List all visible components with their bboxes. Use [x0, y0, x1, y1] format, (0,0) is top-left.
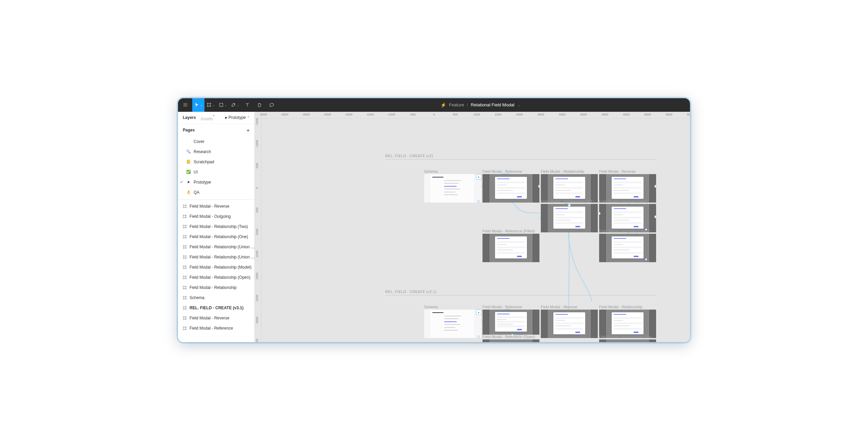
hand-tool[interactable] — [253, 98, 265, 112]
frame-label[interactable]: Field Modal - Reference (Filled) — [482, 229, 535, 233]
layer-item[interactable]: Field Modal - Relationship (Model) — [178, 262, 254, 272]
chevron-down-icon: ⌄ — [518, 103, 520, 107]
prototype-node[interactable] — [568, 204, 571, 207]
section-label: REL. FIELD - CREATE (v2.1) — [385, 290, 655, 295]
main-menu-button[interactable] — [178, 98, 192, 112]
frame-label[interactable]: Field Modal - Relationship (Cha… — [599, 335, 655, 339]
frame-label[interactable]: Field Modal - Reference — [482, 305, 522, 309]
frame-thumbnail[interactable] — [482, 310, 539, 335]
frame-label[interactable]: Field Modal - Reverse — [541, 305, 577, 309]
layer-item[interactable]: Field Modal - Relationship (Open) — [178, 272, 254, 282]
add-page-button[interactable]: + — [246, 127, 250, 133]
prototype-node[interactable] — [511, 334, 514, 337]
page-item[interactable]: 📒Scratchpad — [178, 157, 254, 167]
prototype-node[interactable] — [598, 212, 600, 215]
layer-item[interactable]: Field Modal - Outgoing — [178, 211, 254, 222]
svg-point-8 — [234, 104, 235, 104]
frame-tool[interactable]: ⌄ — [204, 98, 217, 112]
frame-thumbnail[interactable] — [482, 339, 539, 342]
frame-icon — [183, 296, 187, 300]
bolt-icon: ⚡ — [440, 102, 446, 108]
pages-heading: Pages — [183, 128, 195, 132]
frame-label[interactable]: Field Modal - Reverse (Create) — [599, 229, 650, 233]
prototype-node[interactable] — [654, 185, 657, 188]
text-tool[interactable] — [241, 98, 253, 112]
layer-item[interactable]: Field Modal - Relationship — [178, 282, 254, 293]
frame-icon — [183, 306, 187, 310]
frame-label[interactable]: Field Modal - Relationship — [599, 305, 642, 309]
tab-layers[interactable]: Layers — [183, 115, 196, 120]
tab-assets[interactable]: Assets• — [201, 114, 215, 121]
frame-icon — [183, 265, 187, 269]
frame-thumbnail[interactable] — [424, 310, 481, 338]
ruler-horizontal: -4000-3500-3000-2500-2000-1500-1000-5000… — [261, 112, 690, 119]
frame-thumbnail[interactable] — [541, 204, 598, 232]
layers-panel: Layers Assets• ▶Prototype ⌃ Pages + Cove… — [178, 112, 255, 342]
frame-label[interactable]: Field Modal - Reverse — [599, 169, 636, 173]
frame-icon — [183, 286, 187, 290]
frame-thumbnail[interactable] — [599, 174, 656, 203]
frame-icon — [183, 225, 187, 229]
frame-thumbnail[interactable] — [599, 339, 656, 342]
page-item[interactable]: Cover — [178, 137, 254, 147]
frame-icon — [183, 326, 187, 330]
layer-item[interactable]: Schema — [178, 293, 254, 303]
layer-item[interactable]: Field Modal - Relationship (Union … — [178, 252, 254, 262]
breadcrumb-folder: Feature — [449, 102, 464, 107]
frame-icon — [183, 275, 187, 279]
prototype-node[interactable] — [538, 185, 541, 188]
frame-icon — [183, 214, 187, 218]
frame-icon — [183, 245, 187, 249]
frame-icon — [183, 235, 187, 239]
layer-item[interactable]: Field Modal - Reference — [178, 323, 254, 333]
breadcrumb-file: Relational Field Modal — [471, 102, 514, 107]
layer-item[interactable]: Field Modal - Reverse — [178, 313, 254, 323]
section-label: REL. FIELD - CREATE (v2) — [385, 154, 655, 160]
frame-label[interactable]: Field Modal - Relationship — [541, 169, 584, 173]
layer-item[interactable]: Field Modal - Relationship (Two) — [178, 222, 254, 232]
frame-thumbnail[interactable] — [424, 174, 481, 203]
layer-item[interactable]: Field Modal - Relationship (Union … — [178, 242, 254, 252]
frame-thumbnail[interactable] — [541, 174, 598, 203]
frame-thumbnail[interactable] — [482, 174, 539, 203]
frame-thumbnail[interactable] — [599, 234, 656, 262]
shape-tool[interactable]: ⌄ — [217, 98, 229, 112]
page-item[interactable]: 👌QA — [178, 187, 254, 197]
frame-thumbnail[interactable] — [599, 204, 656, 232]
ruler-vertical: -1500-1000-50005001000150020002500300035… — [255, 119, 261, 342]
prototype-start-icon[interactable] — [476, 174, 481, 180]
frame-thumbnail[interactable] — [482, 234, 539, 262]
frame-icon — [183, 255, 187, 259]
frame-label[interactable]: Field Modal - Relationship (Ref.) — [541, 199, 594, 203]
layer-item[interactable]: Field Modal - Reverse — [178, 201, 254, 211]
prototype-node[interactable] — [654, 215, 657, 218]
frame-icon — [183, 316, 187, 320]
prototype-start-icon[interactable] — [476, 310, 481, 315]
page-item[interactable]: ✅UI — [178, 167, 254, 177]
frame-icon — [183, 204, 187, 208]
frame-label[interactable]: Schema — [424, 169, 438, 173]
frame-label[interactable]: Field Modal - Reverse (Filled) — [599, 199, 648, 203]
move-tool[interactable]: ⌄ — [192, 98, 204, 112]
frame-label[interactable]: Schema — [424, 305, 438, 309]
layer-item[interactable]: Field Modal - Relationship (One) — [178, 232, 254, 242]
toolbar: ⌄ ⌄ ⌄ ⌄ ⚡ Feature / Relational Field Mod… — [178, 98, 690, 112]
frame-thumbnail[interactable] — [599, 310, 656, 338]
layer-item[interactable]: REL. FIELD - CREATE (v3.1) — [178, 303, 254, 313]
pen-tool[interactable]: ⌄ — [229, 98, 241, 112]
frame-label[interactable]: Field Modal - Reference (Open) — [482, 335, 535, 339]
svg-rect-7 — [219, 103, 222, 106]
page-item[interactable]: 🔍Research — [178, 147, 254, 157]
prototype-node[interactable] — [477, 335, 480, 338]
prototype-node[interactable] — [477, 200, 480, 203]
frame-thumbnail[interactable] — [541, 310, 598, 338]
prototype-node[interactable] — [538, 217, 541, 220]
comment-tool[interactable] — [265, 98, 278, 112]
page-item[interactable]: Prototype — [178, 177, 254, 187]
canvas[interactable]: -4000-3500-3000-2500-2000-1500-1000-5000… — [255, 112, 690, 342]
breadcrumb[interactable]: ⚡ Feature / Relational Field Modal ⌄ — [278, 102, 683, 108]
tab-prototype[interactable]: ▶Prototype ⌃ — [225, 115, 250, 120]
frame-label[interactable]: Field Modal - Reference — [482, 169, 522, 173]
